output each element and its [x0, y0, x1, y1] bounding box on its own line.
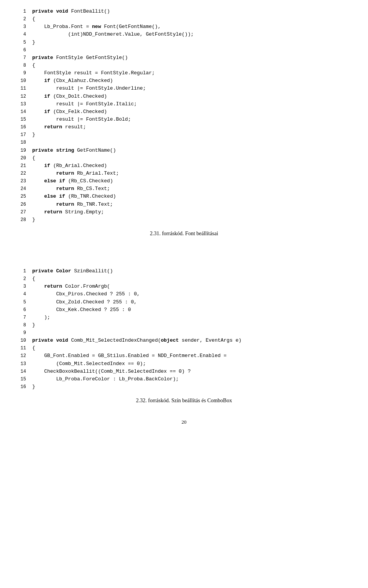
line-content-9: FontStyle result = FontStyle.Regular;: [32, 69, 353, 77]
line-content-11: result |= FontStyle.Underline;: [32, 85, 353, 92]
b2-line-11: 11 {: [15, 344, 353, 352]
b2-line-num-13: 13: [15, 360, 26, 368]
line-num-3: 3: [15, 23, 26, 31]
line-content-23: else if (Rb_CS.Checked): [32, 177, 353, 185]
line-content-12: if (Cbx_Dolt.Checked): [32, 93, 353, 100]
b2-line-num-4: 4: [15, 291, 26, 298]
line-11: 11 result |= FontStyle.Underline;: [15, 85, 353, 92]
line-19: 19 private string GetFontName(): [15, 147, 353, 154]
b2-line-content-10: private void Comb_Mit_SelectedIndexChang…: [32, 337, 353, 344]
line-content-8: {: [32, 62, 353, 69]
line-28: 28 }: [15, 216, 353, 224]
line-4: 4 (int)NDD_Fontmeret.Value, GetFontStyle…: [15, 31, 353, 38]
line-num-23: 23: [15, 178, 26, 185]
line-27: 27 return String.Empty;: [15, 208, 353, 216]
line-num-5: 5: [15, 39, 26, 46]
line-3: 3 Lb_Proba.Font = new Font(GetFontName()…: [15, 23, 353, 31]
line-9: 9 FontStyle result = FontStyle.Regular;: [15, 69, 353, 77]
b2-line-content-11: {: [32, 344, 353, 352]
line-num-1: 1: [15, 8, 26, 15]
b2-line-content-3: return Color.FromArgb(: [32, 283, 353, 290]
line-num-12: 12: [15, 93, 26, 100]
line-content-16: return result;: [32, 123, 353, 131]
b2-line-content-5: Cbx_Zold.Checked ? 255 : 0,: [32, 298, 353, 306]
caption-1: 2.31. forráskód. Font beállításai: [15, 231, 353, 237]
line-num-25: 25: [15, 193, 26, 200]
b2-line-num-11: 11: [15, 345, 26, 352]
b2-line-num-14: 14: [15, 368, 26, 375]
line-content-20: {: [32, 154, 353, 162]
line-num-14: 14: [15, 108, 26, 116]
b2-line-content-1: private Color SzinBeallit(): [32, 267, 353, 275]
line-13: 13 result |= FontStyle.Italic;: [15, 100, 353, 108]
b2-line-7: 7 );: [15, 314, 353, 321]
line-content-15: result |= FontStyle.Bold;: [32, 116, 353, 123]
line-content-21: if (Rb_Arial.Checked): [32, 162, 353, 170]
line-content-28: }: [32, 216, 353, 224]
line-content-25: else if (Rb_TNR.Checked): [32, 193, 353, 200]
b2-line-num-5: 5: [15, 299, 26, 306]
line-16: 16 return result;: [15, 123, 353, 131]
line-24: 24 return Rb_CS.Text;: [15, 185, 353, 193]
line-num-16: 16: [15, 124, 26, 131]
line-content-26: return Rb_TNR.Text;: [32, 201, 353, 208]
line-content-13: result |= FontStyle.Italic;: [32, 100, 353, 108]
line-content-10: if (Cbx_Alahuz.Checked): [32, 77, 353, 85]
line-num-6: 6: [15, 47, 26, 54]
line-content-19: private string GetFontName(): [32, 147, 353, 154]
line-num-4: 4: [15, 31, 26, 38]
line-content-2: {: [32, 15, 353, 23]
line-21: 21 if (Rb_Arial.Checked): [15, 162, 353, 170]
line-23: 23 else if (Rb_CS.Checked): [15, 177, 353, 185]
b2-line-1: 1 private Color SzinBeallit(): [15, 267, 353, 275]
b2-line-content-7: );: [32, 314, 353, 321]
b2-line-15: 15 Lb_Proba.ForeColor : Lb_Proba.BackCol…: [15, 375, 353, 383]
line-content-24: return Rb_CS.Text;: [32, 185, 353, 193]
line-content-6: [32, 46, 353, 54]
line-7: 7 private FontStyle GetFontStyle(): [15, 54, 353, 62]
line-content-3: Lb_Proba.Font = new Font(GetFontName(),: [32, 23, 353, 31]
line-15: 15 result |= FontStyle.Bold;: [15, 116, 353, 123]
line-25: 25 else if (Rb_TNR.Checked): [15, 193, 353, 200]
line-num-24: 24: [15, 185, 26, 193]
b2-line-3: 3 return Color.FromArgb(: [15, 283, 353, 290]
b2-line-9: 9: [15, 329, 353, 337]
line-content-18: [32, 139, 353, 146]
line-content-4: (int)NDD_Fontmeret.Value, GetFontStyle()…: [32, 31, 353, 38]
line-6: 6: [15, 46, 353, 54]
line-5: 5 }: [15, 39, 353, 46]
line-num-27: 27: [15, 209, 26, 216]
line-22: 22 return Rb_Arial.Text;: [15, 170, 353, 177]
b2-line-14: 14 CheckBoxokBeallit((Comb_Mit.SelectedI…: [15, 368, 353, 375]
page-number: 20: [15, 419, 353, 425]
line-26: 26 return Rb_TNR.Text;: [15, 201, 353, 208]
line-content-5: }: [32, 39, 353, 46]
line-num-21: 21: [15, 162, 26, 170]
b2-line-5: 5 Cbx_Zold.Checked ? 255 : 0,: [15, 298, 353, 306]
line-num-22: 22: [15, 170, 26, 177]
line-12: 12 if (Cbx_Dolt.Checked): [15, 93, 353, 100]
b2-line-content-9: [32, 329, 353, 337]
line-content-22: return Rb_Arial.Text;: [32, 170, 353, 177]
b2-line-num-2: 2: [15, 275, 26, 283]
b2-line-16: 16 }: [15, 383, 353, 391]
line-num-13: 13: [15, 101, 26, 108]
b2-line-content-16: }: [32, 383, 353, 391]
b2-line-8: 8 }: [15, 321, 353, 329]
section-separator: [15, 252, 353, 267]
b2-line-content-4: Cbx_Piros.Checked ? 255 : 0,: [32, 290, 353, 298]
line-num-15: 15: [15, 116, 26, 123]
line-10: 10 if (Cbx_Alahuz.Checked): [15, 77, 353, 85]
b2-line-num-8: 8: [15, 322, 26, 329]
b2-line-num-12: 12: [15, 352, 26, 360]
b2-line-12: 12 GB_Font.Enabled = GB_Stilus.Enabled =…: [15, 352, 353, 360]
b2-line-6: 6 Cbx_Kek.Checked ? 255 : 0: [15, 306, 353, 314]
line-17: 17 }: [15, 131, 353, 139]
b2-line-content-6: Cbx_Kek.Checked ? 255 : 0: [32, 306, 353, 314]
line-content-27: return String.Empty;: [32, 208, 353, 216]
line-num-17: 17: [15, 131, 26, 139]
b2-line-num-16: 16: [15, 383, 26, 391]
line-num-7: 7: [15, 54, 26, 62]
line-num-20: 20: [15, 155, 26, 162]
line-content-17: }: [32, 131, 353, 139]
